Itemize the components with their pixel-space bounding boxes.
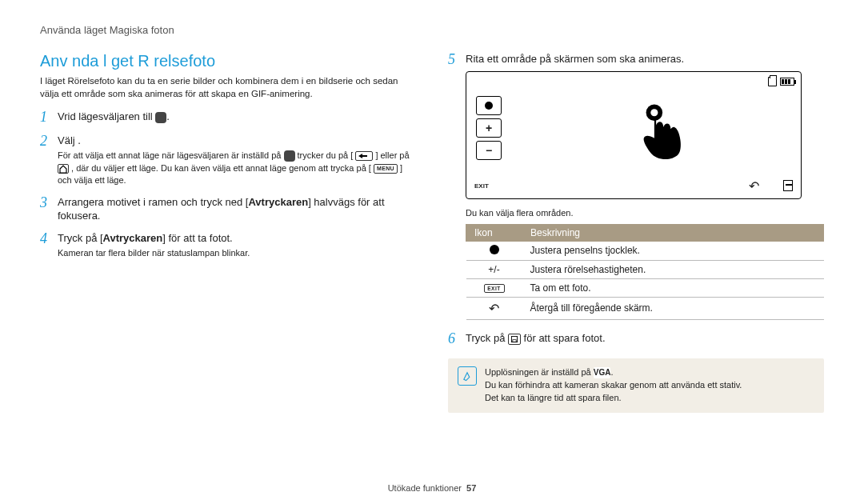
camera-screen-diagram: + −: [466, 71, 802, 199]
vga-label: VGA: [594, 367, 611, 379]
table-row: Justera penselns tjocklek.: [466, 241, 824, 260]
step-number: 3: [40, 195, 58, 223]
back-icon: [355, 151, 373, 161]
step-6: 6 Tryck på för att spara fotot.: [448, 331, 824, 347]
home-icon: [58, 164, 69, 174]
step-number: 1: [40, 110, 58, 126]
battery-icon: [780, 78, 794, 86]
intro-text: I läget Rörelsefoto kan du ta en serie b…: [40, 75, 416, 100]
step-number: 6: [448, 331, 466, 347]
step-text: Tryck på [: [58, 232, 103, 244]
note-box: Upplösningen är inställd på VGA. Du kan …: [448, 358, 824, 413]
left-column: Anv nda l get R relsefoto I läget Rörels…: [40, 52, 416, 413]
step-text: Rita ett område på skärmen som ska anime…: [466, 52, 824, 66]
mode-dial-icon: [284, 150, 295, 162]
page-footer: Utökade funktioner 57: [0, 483, 864, 493]
save-icon: [508, 334, 521, 345]
plus-minus-icon: +/-: [466, 260, 522, 278]
mode-dial-icon: [155, 112, 166, 123]
exit-label: EXIT: [474, 182, 489, 190]
section-title: Anv nda l get R relsefoto: [40, 52, 416, 70]
step-text: Arrangera motivet i ramen och tryck ned …: [58, 196, 248, 208]
step-subtext: Kameran tar flera bilder när statuslampa…: [58, 247, 416, 259]
undo-icon: ↶: [489, 302, 499, 315]
exit-icon: EXIT: [484, 284, 505, 293]
table-header-desc: Beskrivning: [522, 224, 824, 241]
undo-icon: ↶: [749, 178, 759, 194]
step-5: 5 Rita ett område på skärmen som ska ani…: [448, 52, 824, 320]
minus-button: −: [476, 141, 502, 160]
step-text: Välj: [58, 134, 78, 146]
brush-size-button: [476, 96, 502, 115]
icon-description-table: Ikon Beskrivning Justera penselns tjockl…: [466, 224, 824, 320]
step-number: 4: [40, 231, 58, 260]
note-line3: Det kan ta längre tid att spara filen.: [485, 392, 742, 405]
brush-dot-icon: [490, 245, 499, 254]
sdcard-icon: [768, 77, 777, 86]
step-3: 3 Arrangera motivet i ramen och tryck ne…: [40, 195, 416, 223]
step-number: 2: [40, 134, 58, 187]
steps-right: 5 Rita ett område på skärmen som ska ani…: [448, 52, 824, 347]
table-row: +/- Justera rörelsehastigheten.: [466, 260, 824, 278]
note-line1: Upplösningen är inställd på: [485, 367, 594, 377]
svg-point-1: [650, 109, 658, 116]
step-text: Tryck på: [466, 332, 508, 344]
breadcrumb: Använda läget Magiska foton: [40, 24, 824, 36]
menu-icon: MENU: [374, 164, 398, 174]
table-row: EXIT Ta om ett foto.: [466, 278, 824, 297]
step-subtext: För att välja ett annat läge när lägesvä…: [58, 150, 416, 186]
step-text: Vrid lägesväljaren till: [58, 110, 155, 122]
plus-button: +: [476, 118, 502, 138]
right-column: 5 Rita ett område på skärmen som ska ani…: [448, 52, 824, 413]
note-icon: [458, 366, 477, 386]
save-icon: [783, 180, 793, 191]
touch-hand-icon: [634, 102, 690, 168]
screen-caption: Du kan välja flera områden.: [466, 207, 824, 219]
step-number: 5: [448, 52, 466, 320]
note-line2: Du kan förhindra att kameran skakar geno…: [485, 379, 742, 392]
status-icons: [768, 77, 794, 86]
step-2: 2 Välj . För att välja ett annat läge nä…: [40, 134, 416, 187]
step-1: 1 Vrid lägesväljaren till .: [40, 110, 416, 126]
table-header-icon: Ikon: [466, 224, 522, 241]
table-row: ↶ Återgå till föregående skärm.: [466, 297, 824, 319]
steps-left: 1 Vrid lägesväljaren till . 2 Välj .: [40, 110, 416, 260]
step-4: 4 Tryck på [Avtryckaren] för att ta foto…: [40, 231, 416, 260]
